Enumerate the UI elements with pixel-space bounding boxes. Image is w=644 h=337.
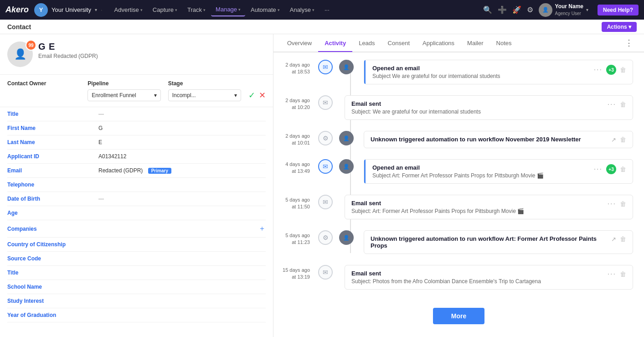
stage-chevron-icon: ▾ (234, 92, 237, 99)
tabs-bar: Overview Activity Leads Consent Applicat… (273, 34, 644, 52)
pipeline-select[interactable]: Enrollment Funnel ▾ (88, 89, 160, 101)
add-icon[interactable]: ➕ (498, 5, 507, 14)
cancel-icon[interactable]: ✕ (259, 90, 266, 100)
activity-card: Unknown triggered automation to run work… (364, 131, 633, 148)
tab-overview[interactable]: Overview (281, 35, 318, 52)
app-logo: Akero (5, 5, 29, 15)
activity-card-header: Opened an email Subject Art: Former Art … (372, 164, 626, 179)
activity-title: Email sent (351, 200, 524, 207)
activity-card-header: Email sent Subject: Photos from the Afro… (351, 270, 626, 285)
activity-card-header: Opened an email Subject We are grateful … (372, 65, 626, 79)
activity-item: 5 days ago at 11:23 ⚙ 👤 Unknown tr (273, 230, 637, 254)
actions-button[interactable]: Actions ▾ (602, 22, 637, 32)
nav-item-automate[interactable]: Automate ▾ (246, 4, 284, 16)
activity-sub: Subject We are grateful for our internat… (372, 73, 500, 79)
activity-card-actions: ↗ 🗑 (611, 136, 626, 143)
activity-card-header: Unknown triggered automation to run work… (371, 235, 626, 249)
rocket-icon[interactable]: 🚀 (512, 5, 521, 14)
activity-more-icon[interactable]: ··· (608, 100, 616, 109)
activity-item: 2 days ago at 18:53 ✉ 👤 (273, 60, 637, 84)
avatar: 👤 (539, 3, 552, 17)
delete-icon[interactable]: 🗑 (620, 270, 626, 278)
activity-card-header: Email sent Subject: Art: Former Art Prof… (351, 200, 626, 214)
field-last-name: Last Name E (7, 135, 266, 150)
nav-item-capture[interactable]: Capture ▾ (148, 4, 182, 16)
add-company-icon[interactable]: ＋ (258, 224, 266, 233)
search-icon[interactable]: 🔍 (483, 5, 492, 14)
activity-icon-col: ⚙ (317, 230, 334, 245)
tab-more-icon[interactable]: ⋮ (621, 34, 637, 52)
contact-owner-group: Contact Owner (7, 80, 80, 89)
pipeline-label: Pipeline (88, 80, 160, 87)
university-chevron-icon[interactable]: ▾ (95, 7, 97, 12)
main-layout: 👤 99 G E Email Redacted (GDPR) Contact O… (0, 34, 644, 337)
delete-icon[interactable]: 🗑 (620, 200, 626, 207)
stage-select[interactable]: Incompl... ▾ (168, 89, 241, 101)
activity-time: 5 days ago at 11:23 (281, 230, 317, 246)
activity-title: Opened an email (372, 65, 500, 72)
nav-item-advertise[interactable]: Advertise ▾ (110, 4, 147, 16)
external-link-icon[interactable]: ↗ (611, 236, 616, 243)
nav-item-manage[interactable]: Manage ▾ (211, 3, 245, 16)
activity-title: Email sent (351, 270, 541, 277)
activity-avatar: 👤 (339, 131, 354, 145)
tab-mailer[interactable]: Mailer (461, 35, 489, 52)
activity-more-icon[interactable]: ··· (608, 200, 616, 208)
delete-icon[interactable]: 🗑 (620, 166, 626, 173)
activity-card: Opened an email Subject We are grateful … (364, 60, 633, 84)
user-menu[interactable]: 👤 Your Name Agency User ▾ (539, 3, 588, 17)
nav-item-analyse[interactable]: Analyse ▾ (285, 4, 319, 16)
email-open-icon: ✉ (318, 159, 333, 174)
activity-title: Opened an email (372, 164, 544, 171)
activity-card: Email sent Subject: Photos from the Afro… (345, 265, 633, 290)
confirm-icon[interactable]: ✓ (248, 90, 255, 100)
more-button[interactable]: More (433, 308, 484, 324)
contact-owner-label: Contact Owner (7, 80, 80, 87)
field-first-name: First Name G (7, 121, 266, 135)
activity-time: 5 days ago at 11:50 (281, 195, 317, 211)
nav-item-more-dots[interactable]: ··· (320, 4, 334, 16)
nav-separator: · (101, 6, 103, 13)
settings-icon[interactable]: ⚙ (527, 5, 533, 14)
activity-item: 5 days ago at 11:50 ✉ Email sent (273, 195, 637, 219)
tab-notes[interactable]: Notes (490, 35, 518, 52)
field-source-code: Source Code (7, 252, 266, 266)
tab-applications[interactable]: Applications (416, 35, 461, 52)
delete-icon[interactable]: 🗑 (620, 66, 626, 73)
contact-info: G E Email Redacted (GDPR) (38, 41, 98, 59)
activity-item: 2 days ago at 10:01 ⚙ 👤 Unknown tr (273, 131, 637, 148)
activity-card-actions: ··· 🗑 (608, 270, 626, 278)
activity-feed: 2 days ago at 18:53 ✉ 👤 (273, 52, 644, 337)
avatar-container: 👤 99 (7, 41, 33, 67)
activity-card: Opened an email Subject Art: Former Art … (364, 159, 633, 184)
field-email: Email Redacted (GDPR) Primary (7, 164, 266, 178)
nav-item-track[interactable]: Track ▾ (183, 4, 210, 16)
tab-leads[interactable]: Leads (352, 35, 381, 52)
tab-consent[interactable]: Consent (381, 35, 416, 52)
delete-icon[interactable]: 🗑 (620, 101, 626, 108)
field-age: Age (7, 206, 266, 220)
activity-more-icon[interactable]: ··· (608, 270, 616, 278)
field-title: Title — (7, 107, 266, 121)
nav-menu: Advertise ▾ Capture ▾ Track ▾ Manage ▾ A… (110, 3, 481, 16)
delete-icon[interactable]: 🗑 (620, 136, 626, 143)
delete-icon[interactable]: 🗑 (620, 235, 626, 243)
activity-card-actions: ··· +3 🗑 (594, 164, 626, 174)
field-study-interest: Study Interest (7, 294, 266, 308)
contact-name: G E (38, 41, 98, 52)
activity-card: Email sent Subject: We are grateful for … (345, 95, 633, 120)
activity-left-bar (364, 160, 366, 183)
score-badge: 99 (26, 40, 36, 51)
external-link-icon[interactable]: ↗ (611, 136, 616, 143)
activity-more-icon[interactable]: ··· (594, 165, 603, 173)
user-chevron-icon[interactable]: ▾ (586, 7, 588, 12)
contact-email: Email Redacted (GDPR) (38, 53, 98, 59)
help-button[interactable]: Need Help? (598, 5, 639, 16)
activity-time: 4 days ago at 13:49 (281, 159, 317, 175)
activity-icon-col: ⚙ (317, 131, 334, 145)
tab-activity[interactable]: Activity (318, 35, 352, 52)
activity-more-icon[interactable]: ··· (594, 66, 603, 74)
activity-icon-col: ✉ (317, 195, 334, 209)
activity-time: 2 days ago at 10:01 (281, 131, 317, 147)
activity-card-header: Email sent Subject: We are grateful for … (351, 100, 626, 115)
